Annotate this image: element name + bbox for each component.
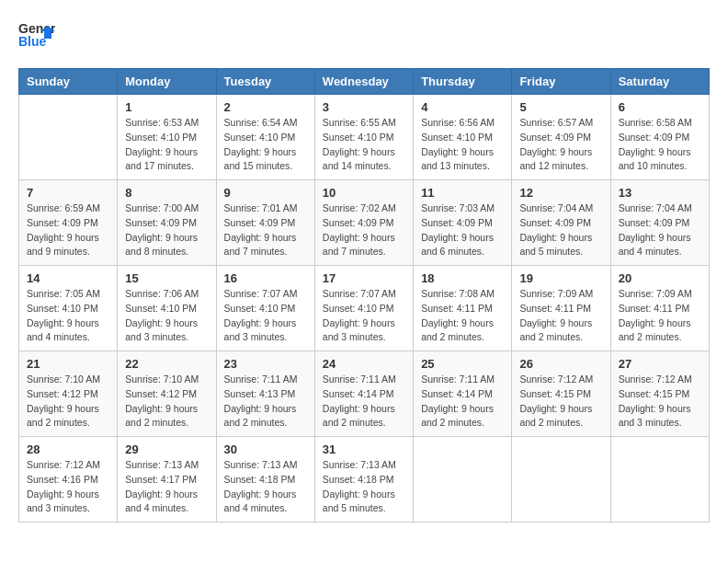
day-number: 2 xyxy=(224,100,307,114)
column-header-tuesday: Tuesday xyxy=(216,69,314,95)
day-info: Sunrise: 7:09 AM Sunset: 4:11 PM Dayligh… xyxy=(619,287,701,345)
calendar-cell: 13Sunrise: 7:04 AM Sunset: 4:09 PM Dayli… xyxy=(610,180,709,266)
day-number: 25 xyxy=(421,357,504,371)
day-info: Sunrise: 7:01 AM Sunset: 4:09 PM Dayligh… xyxy=(224,201,307,259)
day-number: 22 xyxy=(125,357,208,371)
day-info: Sunrise: 7:12 AM Sunset: 4:15 PM Dayligh… xyxy=(519,373,602,431)
calendar-cell: 9Sunrise: 7:01 AM Sunset: 4:09 PM Daylig… xyxy=(216,180,314,266)
day-info: Sunrise: 7:12 AM Sunset: 4:16 PM Dayligh… xyxy=(27,458,109,516)
day-info: Sunrise: 7:13 AM Sunset: 4:17 PM Dayligh… xyxy=(125,458,208,516)
column-header-thursday: Thursday xyxy=(414,69,512,95)
calendar-cell: 22Sunrise: 7:10 AM Sunset: 4:12 PM Dayli… xyxy=(118,351,216,437)
calendar-cell: 20Sunrise: 7:09 AM Sunset: 4:11 PM Dayli… xyxy=(610,266,709,351)
day-number: 8 xyxy=(125,186,208,200)
column-header-friday: Friday xyxy=(512,69,610,95)
calendar-cell: 30Sunrise: 7:13 AM Sunset: 4:18 PM Dayli… xyxy=(216,437,314,523)
day-info: Sunrise: 6:56 AM Sunset: 4:10 PM Dayligh… xyxy=(421,116,504,174)
calendar-cell: 2Sunrise: 6:54 AM Sunset: 4:10 PM Daylig… xyxy=(216,95,314,180)
calendar-header-row: SundayMondayTuesdayWednesdayThursdayFrid… xyxy=(19,69,710,95)
day-number: 24 xyxy=(323,357,405,371)
day-info: Sunrise: 7:11 AM Sunset: 4:14 PM Dayligh… xyxy=(323,373,405,431)
svg-text:Blue: Blue xyxy=(18,34,47,49)
day-info: Sunrise: 6:59 AM Sunset: 4:09 PM Dayligh… xyxy=(27,201,109,259)
calendar-cell: 1Sunrise: 6:53 AM Sunset: 4:10 PM Daylig… xyxy=(118,95,216,180)
day-number: 18 xyxy=(421,271,504,285)
calendar-cell: 15Sunrise: 7:06 AM Sunset: 4:10 PM Dayli… xyxy=(118,266,216,351)
day-number: 20 xyxy=(619,271,701,285)
day-number: 16 xyxy=(224,271,307,285)
calendar-cell xyxy=(414,437,512,523)
day-info: Sunrise: 7:04 AM Sunset: 4:09 PM Dayligh… xyxy=(519,201,602,259)
day-number: 23 xyxy=(224,357,307,371)
calendar-cell: 16Sunrise: 7:07 AM Sunset: 4:10 PM Dayli… xyxy=(216,266,314,351)
column-header-monday: Monday xyxy=(118,69,216,95)
calendar-cell: 14Sunrise: 7:05 AM Sunset: 4:10 PM Dayli… xyxy=(19,266,118,351)
day-number: 1 xyxy=(125,100,208,114)
day-info: Sunrise: 7:05 AM Sunset: 4:10 PM Dayligh… xyxy=(27,287,109,345)
day-number: 9 xyxy=(224,186,307,200)
calendar-cell: 25Sunrise: 7:11 AM Sunset: 4:14 PM Dayli… xyxy=(414,351,512,437)
day-info: Sunrise: 6:58 AM Sunset: 4:09 PM Dayligh… xyxy=(619,116,701,174)
calendar-week-row: 14Sunrise: 7:05 AM Sunset: 4:10 PM Dayli… xyxy=(19,266,710,351)
calendar-cell: 4Sunrise: 6:56 AM Sunset: 4:10 PM Daylig… xyxy=(414,95,512,180)
day-number: 31 xyxy=(323,442,405,456)
calendar-cell: 11Sunrise: 7:03 AM Sunset: 4:09 PM Dayli… xyxy=(414,180,512,266)
day-number: 21 xyxy=(27,357,109,371)
column-header-wednesday: Wednesday xyxy=(314,69,413,95)
calendar-cell: 19Sunrise: 7:09 AM Sunset: 4:11 PM Dayli… xyxy=(512,266,610,351)
day-info: Sunrise: 6:53 AM Sunset: 4:10 PM Dayligh… xyxy=(125,116,208,174)
day-info: Sunrise: 7:10 AM Sunset: 4:12 PM Dayligh… xyxy=(125,373,208,431)
logo-icon: General Blue xyxy=(18,18,55,59)
page-header: General Blue xyxy=(18,18,710,59)
calendar-week-row: 7Sunrise: 6:59 AM Sunset: 4:09 PM Daylig… xyxy=(19,180,710,266)
day-info: Sunrise: 7:06 AM Sunset: 4:10 PM Dayligh… xyxy=(125,287,208,345)
day-info: Sunrise: 6:54 AM Sunset: 4:10 PM Dayligh… xyxy=(224,116,307,174)
calendar-cell: 3Sunrise: 6:55 AM Sunset: 4:10 PM Daylig… xyxy=(314,95,413,180)
day-info: Sunrise: 7:09 AM Sunset: 4:11 PM Dayligh… xyxy=(519,287,602,345)
calendar-cell: 31Sunrise: 7:13 AM Sunset: 4:18 PM Dayli… xyxy=(314,437,413,523)
calendar-cell xyxy=(19,95,118,180)
day-info: Sunrise: 7:12 AM Sunset: 4:15 PM Dayligh… xyxy=(619,373,701,431)
logo: General Blue xyxy=(18,18,55,59)
day-number: 3 xyxy=(323,100,405,114)
column-header-saturday: Saturday xyxy=(610,69,709,95)
day-number: 6 xyxy=(619,100,701,114)
day-info: Sunrise: 7:07 AM Sunset: 4:10 PM Dayligh… xyxy=(224,287,307,345)
day-info: Sunrise: 7:02 AM Sunset: 4:09 PM Dayligh… xyxy=(323,201,405,259)
day-info: Sunrise: 6:57 AM Sunset: 4:09 PM Dayligh… xyxy=(519,116,602,174)
day-number: 28 xyxy=(27,442,109,456)
calendar-cell xyxy=(512,437,610,523)
calendar-cell: 17Sunrise: 7:07 AM Sunset: 4:10 PM Dayli… xyxy=(314,266,413,351)
day-number: 10 xyxy=(323,186,405,200)
calendar-cell: 26Sunrise: 7:12 AM Sunset: 4:15 PM Dayli… xyxy=(512,351,610,437)
calendar-cell: 6Sunrise: 6:58 AM Sunset: 4:09 PM Daylig… xyxy=(610,95,709,180)
day-number: 12 xyxy=(519,186,602,200)
calendar-cell: 23Sunrise: 7:11 AM Sunset: 4:13 PM Dayli… xyxy=(216,351,314,437)
day-number: 19 xyxy=(519,271,602,285)
day-info: Sunrise: 7:11 AM Sunset: 4:13 PM Dayligh… xyxy=(224,373,307,431)
day-number: 27 xyxy=(619,357,701,371)
day-number: 13 xyxy=(619,186,701,200)
day-number: 29 xyxy=(125,442,208,456)
day-info: Sunrise: 7:04 AM Sunset: 4:09 PM Dayligh… xyxy=(619,201,701,259)
calendar-cell: 12Sunrise: 7:04 AM Sunset: 4:09 PM Dayli… xyxy=(512,180,610,266)
day-info: Sunrise: 7:07 AM Sunset: 4:10 PM Dayligh… xyxy=(323,287,405,345)
calendar-week-row: 28Sunrise: 7:12 AM Sunset: 4:16 PM Dayli… xyxy=(19,437,710,523)
calendar-cell: 18Sunrise: 7:08 AM Sunset: 4:11 PM Dayli… xyxy=(414,266,512,351)
day-info: Sunrise: 7:10 AM Sunset: 4:12 PM Dayligh… xyxy=(27,373,109,431)
calendar-week-row: 21Sunrise: 7:10 AM Sunset: 4:12 PM Dayli… xyxy=(19,351,710,437)
calendar-cell: 24Sunrise: 7:11 AM Sunset: 4:14 PM Dayli… xyxy=(314,351,413,437)
day-info: Sunrise: 7:00 AM Sunset: 4:09 PM Dayligh… xyxy=(125,201,208,259)
calendar-cell: 29Sunrise: 7:13 AM Sunset: 4:17 PM Dayli… xyxy=(118,437,216,523)
calendar-cell: 28Sunrise: 7:12 AM Sunset: 4:16 PM Dayli… xyxy=(19,437,118,523)
day-info: Sunrise: 7:13 AM Sunset: 4:18 PM Dayligh… xyxy=(323,458,405,516)
day-number: 14 xyxy=(27,271,109,285)
calendar-cell: 21Sunrise: 7:10 AM Sunset: 4:12 PM Dayli… xyxy=(19,351,118,437)
day-number: 11 xyxy=(421,186,504,200)
day-info: Sunrise: 7:03 AM Sunset: 4:09 PM Dayligh… xyxy=(421,201,504,259)
day-number: 30 xyxy=(224,442,307,456)
day-number: 26 xyxy=(519,357,602,371)
calendar-table: SundayMondayTuesdayWednesdayThursdayFrid… xyxy=(18,68,710,523)
day-number: 4 xyxy=(421,100,504,114)
calendar-cell: 5Sunrise: 6:57 AM Sunset: 4:09 PM Daylig… xyxy=(512,95,610,180)
